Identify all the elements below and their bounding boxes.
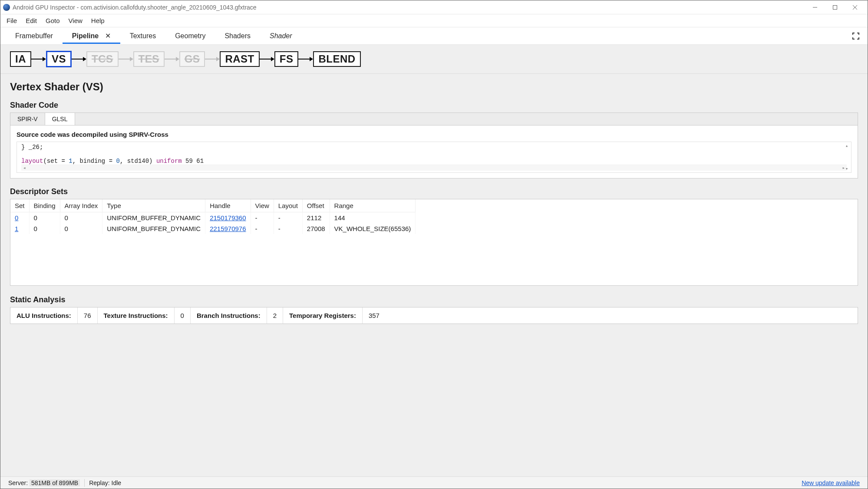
tab-shaders[interactable]: Shaders <box>215 29 260 43</box>
menu-file[interactable]: File <box>2 15 21 26</box>
server-memory: 581MB of 899MB <box>30 479 80 486</box>
app-icon <box>3 4 10 11</box>
arrow-icon <box>205 55 220 63</box>
close-button[interactable] <box>845 0 865 14</box>
cell: 0 <box>60 212 102 224</box>
menubar: File Edit Goto View Help <box>0 14 868 27</box>
tab-pipeline[interactable]: Pipeline ✕ <box>63 28 120 43</box>
stage-gs[interactable]: GS <box>179 51 205 67</box>
tab-shader[interactable]: Shader <box>260 29 302 43</box>
cell: 0 <box>29 212 60 224</box>
arrow-icon <box>165 55 179 63</box>
maximize-button[interactable] <box>825 0 845 14</box>
set-link[interactable]: 1 <box>15 225 18 232</box>
vscroll-icon[interactable]: ▴▾ <box>843 142 850 172</box>
svg-rect-1 <box>833 5 837 9</box>
tab-geometry[interactable]: Geometry <box>165 29 215 43</box>
fullscreen-toggle-icon[interactable] <box>849 32 862 40</box>
replay-status: Replay: Idle <box>85 479 125 486</box>
cell: 2112 <box>302 212 330 224</box>
code-view[interactable]: } _26; layout(set = 1, binding = 0, std1… <box>17 142 851 173</box>
svg-marker-17 <box>310 57 313 61</box>
statusbar: Server: 581MB of 899MB Replay: Idle New … <box>0 476 868 489</box>
svg-marker-11 <box>176 57 179 61</box>
pipeline-stages: IA VS TCS TES GS RAST FS BLEND <box>0 45 868 74</box>
col-handle[interactable]: Handle <box>205 199 251 212</box>
col-offset[interactable]: Offset <box>302 199 330 212</box>
cell: VK_WHOLE_SIZE(65536) <box>330 223 416 234</box>
static-analysis-panel: ALU Instructions: 76 Texture Instruction… <box>10 307 858 324</box>
arrow-icon <box>119 55 133 63</box>
cell: 0 <box>29 223 60 234</box>
arrow-icon <box>31 55 46 63</box>
descriptor-sets-table: Set Binding Array Index Type Handle View… <box>10 199 416 234</box>
col-binding[interactable]: Binding <box>29 199 60 212</box>
stage-rast[interactable]: RAST <box>220 51 259 67</box>
table-row[interactable]: 0 0 0 UNIFORM_BUFFER_DYNAMIC 2150179360 … <box>10 212 416 224</box>
stage-vs[interactable]: VS <box>46 51 72 67</box>
tabbar: Framebuffer Pipeline ✕ Textures Geometry… <box>0 27 868 45</box>
alu-value: 76 <box>78 307 98 324</box>
col-layout[interactable]: Layout <box>274 199 302 212</box>
page-title: Vertex Shader (VS) <box>10 81 858 93</box>
table-row[interactable]: 1 0 0 UNIFORM_BUFFER_DYNAMIC 2215970976 … <box>10 223 416 234</box>
menu-help[interactable]: Help <box>87 15 109 26</box>
decompile-note: Source code was decompiled using SPIRV-C… <box>17 131 851 138</box>
server-status: Server: 581MB of 899MB <box>4 479 84 486</box>
hscroll-icon[interactable]: ◂▸ <box>21 165 847 171</box>
code-tab-glsl[interactable]: GLSL <box>45 113 75 125</box>
arrow-icon <box>72 55 86 63</box>
svg-marker-7 <box>83 57 86 61</box>
shader-code-tabs: SPIR-V GLSL <box>10 113 858 126</box>
col-set[interactable]: Set <box>10 199 29 212</box>
handle-link[interactable]: 2150179360 <box>210 214 246 221</box>
stage-ia[interactable]: IA <box>10 51 31 67</box>
cell: UNIFORM_BUFFER_DYNAMIC <box>102 212 205 224</box>
svg-marker-5 <box>43 57 46 61</box>
set-link[interactable]: 0 <box>15 214 18 221</box>
col-array-index[interactable]: Array Index <box>60 199 102 212</box>
menu-edit[interactable]: Edit <box>21 15 41 26</box>
col-type[interactable]: Type <box>102 199 205 212</box>
tab-pipeline-label: Pipeline <box>72 32 99 40</box>
temp-label: Temporary Registers: <box>283 307 363 324</box>
cell: - <box>251 223 274 234</box>
tab-framebuffer[interactable]: Framebuffer <box>6 29 63 43</box>
col-view[interactable]: View <box>251 199 274 212</box>
titlebar: Android GPU Inspector - com.activision.c… <box>0 0 868 14</box>
arrow-icon <box>260 55 274 63</box>
branch-label: Branch Instructions: <box>191 307 267 324</box>
stage-tcs[interactable]: TCS <box>86 51 119 67</box>
static-analysis-title: Static Analysis <box>10 295 858 304</box>
window-controls <box>805 0 865 14</box>
branch-value: 2 <box>267 307 283 324</box>
svg-marker-15 <box>271 57 274 61</box>
cell: 0 <box>60 223 102 234</box>
menu-goto[interactable]: Goto <box>41 15 64 26</box>
svg-marker-13 <box>216 57 220 61</box>
cell: - <box>274 223 302 234</box>
tab-textures[interactable]: Textures <box>120 29 165 43</box>
menu-view[interactable]: View <box>64 15 87 26</box>
tex-label: Texture Instructions: <box>98 307 175 324</box>
code-tab-spirv[interactable]: SPIR-V <box>10 113 45 125</box>
stage-blend[interactable]: BLEND <box>313 51 360 67</box>
cell: UNIFORM_BUFFER_DYNAMIC <box>102 223 205 234</box>
alu-label: ALU Instructions: <box>10 307 78 324</box>
update-link[interactable]: New update available <box>802 479 860 486</box>
cell: - <box>251 212 274 224</box>
minimize-button[interactable] <box>805 0 825 14</box>
content-area: Vertex Shader (VS) Shader Code SPIR-V GL… <box>0 74 868 476</box>
stage-fs[interactable]: FS <box>274 51 299 67</box>
temp-value: 357 <box>363 307 386 324</box>
col-range[interactable]: Range <box>330 199 416 212</box>
handle-link[interactable]: 2215970976 <box>210 225 246 232</box>
tab-pipeline-close-icon[interactable]: ✕ <box>105 32 111 40</box>
tex-value: 0 <box>175 307 191 324</box>
cell: 27008 <box>302 223 330 234</box>
descriptor-sets-panel: Set Binding Array Index Type Handle View… <box>10 199 858 286</box>
shader-code-title: Shader Code <box>10 101 858 110</box>
stage-tes[interactable]: TES <box>133 51 165 67</box>
shader-code-panel: SPIR-V GLSL Source code was decompiled u… <box>10 112 858 178</box>
cell: 144 <box>330 212 416 224</box>
